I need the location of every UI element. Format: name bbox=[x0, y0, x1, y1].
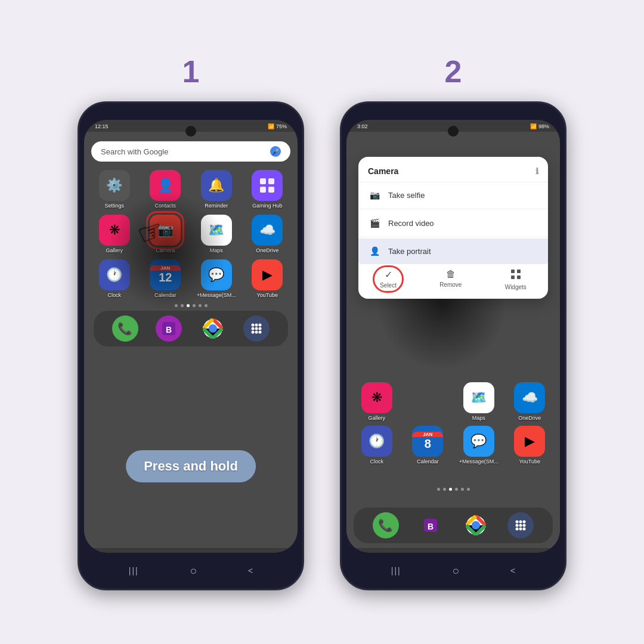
apps-row3-1: 🕐 Clock JAN 12 Calendar 💬 +M bbox=[91, 259, 290, 298]
dot-3-active bbox=[187, 304, 190, 307]
svg-point-34 bbox=[519, 528, 522, 531]
bixby-dock-icon-2[interactable]: B bbox=[417, 512, 444, 538]
svg-point-32 bbox=[523, 524, 526, 527]
press-hold-text: Press and hold bbox=[144, 459, 238, 473]
clock-label-1: Clock bbox=[107, 292, 121, 298]
search-bar-1[interactable]: Search with Google 🎤 bbox=[91, 141, 290, 162]
app-gallery-1[interactable]: ❋ Gallery bbox=[91, 215, 138, 253]
svg-point-9 bbox=[252, 324, 255, 327]
app-youtube-2[interactable]: ▶ YouTube bbox=[507, 426, 553, 465]
app-contacts[interactable]: 👤 Contacts bbox=[143, 170, 189, 209]
settings-icon: ⚙️ bbox=[99, 170, 130, 201]
apps-row-a-2: ❋ Gallery 🗺️ Maps ☁️ bbox=[354, 382, 553, 421]
svg-rect-0 bbox=[260, 178, 266, 184]
clock-icon-1: 🕐 bbox=[99, 259, 130, 290]
bixby-dock-icon-1[interactable]: B bbox=[156, 315, 182, 342]
svg-rect-2 bbox=[260, 187, 266, 193]
dot-2 bbox=[181, 304, 184, 307]
nav-apps-btn-1[interactable]: ||| bbox=[129, 566, 139, 575]
notch-2 bbox=[448, 126, 459, 137]
dock-2: 📞 B bbox=[354, 507, 553, 543]
nav-home-btn-2[interactable]: ○ bbox=[452, 564, 459, 578]
nav-apps-btn-2[interactable]: ||| bbox=[391, 566, 401, 575]
youtube-label-1: YouTube bbox=[257, 292, 278, 298]
mic-icon-1[interactable]: 🎤 bbox=[270, 146, 281, 157]
nav-home-btn-1[interactable]: ○ bbox=[190, 564, 197, 578]
status-icons-2: 📶 98% bbox=[530, 123, 549, 129]
main-container: 1 12:15 📶 75% Search with Google bbox=[54, 30, 590, 614]
app-maps-1[interactable]: 🗺️ Maps bbox=[193, 215, 240, 253]
gaming-hub-icon-1 bbox=[252, 170, 283, 201]
app-onedrive-1[interactable]: ☁️ OneDrive bbox=[244, 215, 291, 253]
notch-1 bbox=[185, 126, 196, 137]
settings-label: Settings bbox=[104, 203, 124, 209]
clock-icon-2: 🕐 bbox=[361, 426, 392, 457]
onedrive-icon-2: ☁️ bbox=[514, 382, 545, 413]
app-message-2[interactable]: 💬 +Message(SM... bbox=[456, 426, 502, 465]
action-select[interactable]: ✓ Select bbox=[380, 269, 397, 290]
youtube-icon-2: ▶ bbox=[514, 426, 545, 457]
svg-point-26 bbox=[472, 521, 480, 530]
app-gaming-hub-1[interactable]: Gaming Hub bbox=[244, 170, 291, 209]
message-icon-1: 💬 bbox=[201, 259, 232, 290]
nav-bar-2: ||| ○ < bbox=[342, 553, 565, 589]
action-remove[interactable]: 🗑 Remove bbox=[439, 269, 462, 290]
svg-point-8 bbox=[209, 324, 217, 333]
app-onedrive-2[interactable]: ☁️ OneDrive bbox=[507, 382, 553, 421]
calendar-label-1: Calendar bbox=[154, 292, 177, 298]
gallery-icon-1: ❋ bbox=[99, 215, 130, 246]
context-item-selfie[interactable]: 📷 Take selfie bbox=[358, 182, 548, 208]
status-icons-1: 📶 75% bbox=[268, 123, 287, 129]
app-clock-2[interactable]: 🕐 Clock bbox=[354, 426, 400, 465]
context-info-icon[interactable]: ℹ bbox=[535, 166, 538, 176]
gallery-label-1: Gallery bbox=[106, 247, 123, 253]
app-reminder[interactable]: 🔔 Reminder bbox=[193, 170, 240, 209]
svg-point-33 bbox=[516, 528, 519, 531]
message-icon-2: 💬 bbox=[463, 426, 494, 457]
action-widgets[interactable]: Widgets bbox=[505, 269, 527, 290]
app-maps-2[interactable]: 🗺️ Maps bbox=[456, 382, 502, 421]
svg-rect-20 bbox=[511, 275, 515, 279]
divider-1 bbox=[358, 209, 548, 209]
svg-point-30 bbox=[516, 524, 519, 527]
onedrive-label-1: OneDrive bbox=[256, 247, 278, 253]
phone-dock-icon-2[interactable]: 📞 bbox=[373, 512, 399, 538]
onedrive-icon-1: ☁️ bbox=[252, 215, 283, 246]
divider-2 bbox=[358, 237, 548, 237]
svg-text:B: B bbox=[428, 522, 434, 531]
app-calendar-2[interactable]: JAN 8 Calendar bbox=[405, 426, 451, 465]
record-icon: 🎬 bbox=[368, 216, 381, 230]
chrome-dock-icon-1[interactable] bbox=[200, 315, 226, 342]
context-item-portrait[interactable]: 👤 Take portrait bbox=[358, 239, 548, 264]
svg-rect-3 bbox=[268, 187, 274, 193]
app-calendar-1[interactable]: JAN 12 Calendar bbox=[143, 259, 189, 298]
chrome-dock-icon-2[interactable] bbox=[463, 512, 489, 538]
phone-2-screen: 3:02 📶 98% Camera ℹ � bbox=[346, 120, 560, 553]
app-youtube-1[interactable]: ▶ YouTube bbox=[244, 259, 291, 298]
dot-1 bbox=[175, 304, 178, 307]
apps-dock-icon-2[interactable] bbox=[507, 512, 534, 538]
app-clock-1[interactable]: 🕐 Clock bbox=[91, 259, 138, 298]
svg-point-12 bbox=[252, 327, 255, 330]
dot-6 bbox=[205, 304, 208, 307]
status-time-2: 3:02 bbox=[357, 123, 368, 129]
contacts-label: Contacts bbox=[154, 203, 176, 209]
app-message-1[interactable]: 💬 +Message(SM... bbox=[193, 259, 240, 298]
nav-back-btn-2[interactable]: < bbox=[510, 566, 515, 575]
app-gallery-2[interactable]: ❋ Gallery bbox=[354, 382, 400, 421]
app-settings[interactable]: ⚙️ Settings bbox=[91, 170, 138, 209]
youtube-icon-1: ▶ bbox=[252, 259, 283, 290]
apps-dock-icon-1[interactable] bbox=[243, 315, 270, 342]
svg-rect-21 bbox=[517, 275, 521, 279]
step-1-number: 1 bbox=[182, 54, 200, 89]
apps-bottom-2: ❋ Gallery 🗺️ Maps ☁️ bbox=[354, 382, 553, 470]
home-content-2: Camera ℹ 📷 Take selfie 🎬 Record video bbox=[346, 132, 560, 548]
phone-2: 3:02 📶 98% Camera ℹ � bbox=[340, 101, 566, 590]
svg-point-10 bbox=[255, 324, 258, 327]
context-action-row: ✓ Select 🗑 Remove bbox=[358, 264, 548, 293]
context-item-record[interactable]: 🎬 Record video bbox=[358, 210, 548, 236]
selfie-icon: 📷 bbox=[368, 188, 381, 202]
nav-back-btn-1[interactable]: < bbox=[248, 566, 253, 575]
contacts-icon: 👤 bbox=[150, 170, 181, 201]
phone-dock-icon-1[interactable]: 📞 bbox=[112, 315, 138, 342]
